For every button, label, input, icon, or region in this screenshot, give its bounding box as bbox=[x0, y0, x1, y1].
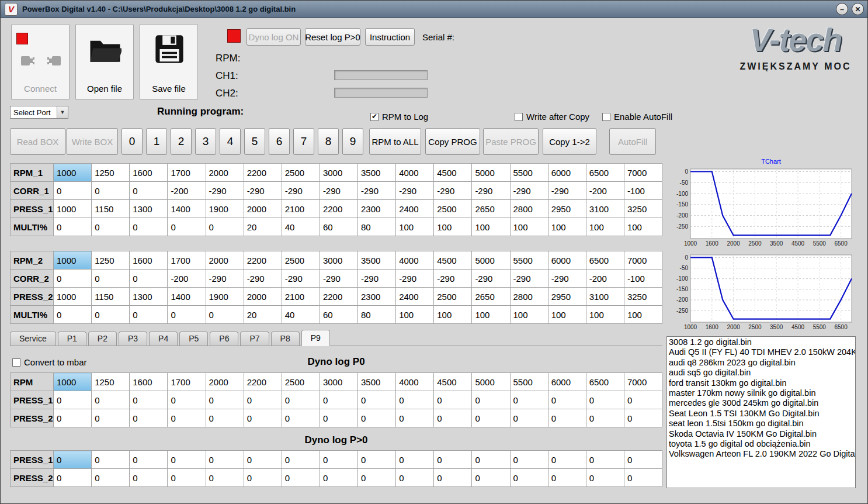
table-cell[interactable]: 0 bbox=[92, 469, 130, 487]
table-cell[interactable]: 1250 bbox=[92, 164, 130, 182]
table-cell[interactable]: 0 bbox=[282, 391, 320, 409]
table-cell[interactable]: 6500 bbox=[586, 164, 624, 182]
table-cell[interactable]: 20 bbox=[244, 218, 282, 236]
table-cell[interactable]: 0 bbox=[624, 451, 662, 469]
table-cell[interactable]: 0 bbox=[206, 391, 244, 409]
file-list-item[interactable]: Volkswagen Arteon FL 2.0 190KM 2022 Go D… bbox=[667, 449, 855, 459]
table-cell[interactable]: 0 bbox=[168, 306, 206, 324]
table-cell[interactable]: 1150 bbox=[92, 288, 130, 306]
table-cell[interactable]: -100 bbox=[624, 270, 662, 288]
table-cell[interactable]: 0 bbox=[244, 409, 282, 427]
tab-p6[interactable]: P6 bbox=[210, 332, 238, 346]
table-cell[interactable]: 0 bbox=[510, 409, 548, 427]
table-cell[interactable]: -290 bbox=[320, 182, 357, 200]
table-cell[interactable]: 2500 bbox=[282, 251, 320, 270]
table-cell[interactable]: 3100 bbox=[586, 200, 624, 218]
table-cell[interactable]: 0 bbox=[434, 391, 472, 409]
table-cell[interactable]: 5500 bbox=[510, 373, 548, 391]
table-cell[interactable]: -290 bbox=[396, 182, 434, 200]
table-cell[interactable]: 0 bbox=[130, 218, 168, 236]
table-cell[interactable]: 1400 bbox=[168, 288, 206, 306]
table-cell[interactable]: 7000 bbox=[624, 164, 662, 182]
tab-p7[interactable]: P7 bbox=[240, 332, 269, 346]
table-cell[interactable]: 0 bbox=[472, 409, 510, 427]
table-cell[interactable]: 0 bbox=[92, 306, 130, 324]
table-cell[interactable]: -200 bbox=[586, 182, 624, 200]
table-cell[interactable]: 0 bbox=[586, 391, 624, 409]
table-cell[interactable]: 3000 bbox=[320, 251, 357, 270]
table-cell[interactable]: 2650 bbox=[472, 288, 510, 306]
table-cell[interactable]: 2200 bbox=[320, 200, 357, 218]
table-cell[interactable]: -290 bbox=[206, 270, 244, 288]
table-cell[interactable]: 0 bbox=[282, 451, 320, 469]
table-cell[interactable]: 4000 bbox=[396, 373, 434, 391]
table-cell[interactable]: -290 bbox=[434, 182, 472, 200]
table-cell[interactable]: 1700 bbox=[168, 164, 206, 182]
table-cell[interactable]: -290 bbox=[472, 270, 510, 288]
table-cell[interactable]: 0 bbox=[358, 391, 396, 409]
table-cell[interactable]: 2500 bbox=[282, 164, 320, 182]
table-cell[interactable]: 0 bbox=[168, 218, 206, 236]
table-cell[interactable]: 4500 bbox=[434, 251, 472, 270]
digit-4-button[interactable]: 4 bbox=[220, 128, 241, 155]
save-file-button[interactable]: Save file bbox=[140, 24, 198, 100]
table-cell[interactable]: -290 bbox=[510, 270, 548, 288]
tab-p4[interactable]: P4 bbox=[149, 332, 178, 346]
file-list-item[interactable]: toyota 1.5 go digital od obciążenia.bin bbox=[667, 439, 855, 449]
table-cell[interactable]: 2000 bbox=[206, 373, 244, 391]
table-cell[interactable]: 1700 bbox=[168, 251, 206, 270]
table-cell[interactable]: 2400 bbox=[396, 288, 434, 306]
minimize-button[interactable]: – bbox=[836, 3, 848, 15]
table-cell[interactable]: 0 bbox=[396, 391, 434, 409]
digit-1-button[interactable]: 1 bbox=[146, 128, 167, 155]
table-cell[interactable]: -290 bbox=[244, 182, 282, 200]
file-list-item[interactable]: audi q8 286km 2023 go digital.bin bbox=[667, 358, 855, 368]
table-cell[interactable]: 0 bbox=[510, 451, 548, 469]
table-cell[interactable]: 40 bbox=[282, 306, 320, 324]
table-cell[interactable]: 0 bbox=[54, 218, 92, 236]
digit-5-button[interactable]: 5 bbox=[244, 128, 265, 155]
table-cell[interactable]: 1000 bbox=[54, 251, 92, 270]
file-list-item[interactable]: audi sq5 go digital.bin bbox=[667, 368, 855, 378]
table-cell[interactable]: 0 bbox=[130, 409, 168, 427]
file-list-item[interactable]: ford transit 130km go digital.bin bbox=[667, 378, 855, 388]
table-cell[interactable]: 0 bbox=[320, 409, 357, 427]
table-cell[interactable]: 3000 bbox=[320, 373, 357, 391]
table-cell[interactable]: 5500 bbox=[510, 251, 548, 270]
table-cell[interactable]: 100 bbox=[624, 218, 662, 236]
tab-p2[interactable]: P2 bbox=[88, 332, 117, 346]
table-cell[interactable]: -290 bbox=[548, 270, 586, 288]
table-cell[interactable]: 80 bbox=[358, 218, 396, 236]
table-cell[interactable]: 0 bbox=[548, 451, 586, 469]
table-cell[interactable]: 2000 bbox=[244, 288, 282, 306]
table-cell[interactable]: 0 bbox=[548, 469, 586, 487]
table-cell[interactable]: -290 bbox=[358, 182, 396, 200]
table-cell[interactable]: 0 bbox=[206, 306, 244, 324]
table-cell[interactable]: 0 bbox=[206, 409, 244, 427]
table-cell[interactable]: 1900 bbox=[206, 288, 244, 306]
table-cell[interactable]: 100 bbox=[396, 218, 434, 236]
table-cell[interactable]: 2500 bbox=[282, 373, 320, 391]
table-cell[interactable]: 0 bbox=[510, 391, 548, 409]
table-cell[interactable]: 1000 bbox=[54, 164, 92, 182]
table-cell[interactable]: 100 bbox=[510, 218, 548, 236]
table-cell[interactable]: 60 bbox=[320, 218, 357, 236]
table-cell[interactable]: 0 bbox=[244, 451, 282, 469]
table-cell[interactable]: 0 bbox=[54, 451, 92, 469]
table-cell[interactable]: 6000 bbox=[548, 164, 586, 182]
table-cell[interactable]: 2800 bbox=[510, 288, 548, 306]
table-cell[interactable]: 7000 bbox=[624, 251, 662, 270]
table-cell[interactable]: 100 bbox=[548, 306, 586, 324]
table-cell[interactable]: 3250 bbox=[624, 288, 662, 306]
table-cell[interactable]: 100 bbox=[586, 306, 624, 324]
table-cell[interactable]: 0 bbox=[206, 469, 244, 487]
table-cell[interactable]: -100 bbox=[624, 182, 662, 200]
table-cell[interactable]: -200 bbox=[586, 270, 624, 288]
table-cell[interactable]: 0 bbox=[92, 270, 130, 288]
file-list-item[interactable]: Skoda Octavia IV 150KM Go Digital.bin bbox=[667, 429, 855, 439]
table-cell[interactable]: 0 bbox=[130, 270, 168, 288]
table-cell[interactable]: 3000 bbox=[320, 164, 357, 182]
table-cell[interactable]: 0 bbox=[586, 469, 624, 487]
tab-p3[interactable]: P3 bbox=[119, 332, 147, 346]
digit-0-button[interactable]: 0 bbox=[121, 128, 143, 155]
